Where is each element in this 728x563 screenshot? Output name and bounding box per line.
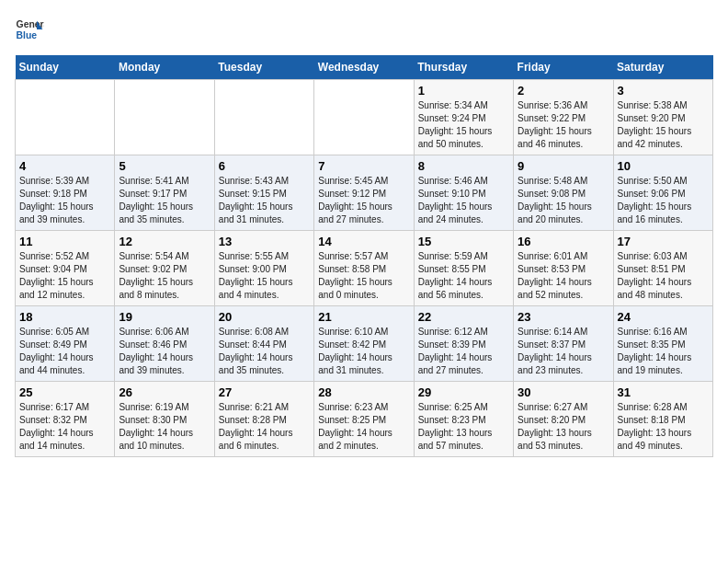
calendar-cell — [214, 80, 313, 155]
calendar-cell: 8Sunrise: 5:46 AM Sunset: 9:10 PM Daylig… — [414, 155, 513, 231]
week-row-2: 4Sunrise: 5:39 AM Sunset: 9:18 PM Daylig… — [16, 155, 713, 231]
day-number: 13 — [219, 235, 310, 248]
calendar-cell: 27Sunrise: 6:21 AM Sunset: 8:28 PM Dayli… — [214, 382, 313, 457]
day-content: Sunrise: 6:10 AM Sunset: 8:42 PM Dayligh… — [318, 326, 409, 377]
calendar-cell — [16, 80, 115, 155]
calendar-cell: 23Sunrise: 6:14 AM Sunset: 8:37 PM Dayli… — [514, 306, 613, 382]
header-sunday: Sunday — [16, 55, 115, 80]
calendar-cell: 7Sunrise: 5:45 AM Sunset: 9:12 PM Daylig… — [314, 155, 414, 231]
svg-text:Blue: Blue — [17, 30, 38, 40]
day-number: 11 — [19, 235, 110, 248]
day-number: 21 — [318, 310, 409, 324]
day-number: 6 — [219, 159, 310, 173]
day-content: Sunrise: 6:19 AM Sunset: 8:30 PM Dayligh… — [119, 401, 210, 453]
calendar-cell: 10Sunrise: 5:50 AM Sunset: 9:06 PM Dayli… — [613, 155, 712, 231]
calendar-body: 1Sunrise: 5:34 AM Sunset: 9:24 PM Daylig… — [16, 80, 713, 457]
calendar-cell — [314, 80, 414, 155]
day-content: Sunrise: 5:41 AM Sunset: 9:17 PM Dayligh… — [119, 175, 210, 226]
calendar-cell: 1Sunrise: 5:34 AM Sunset: 9:24 PM Daylig… — [414, 80, 513, 155]
day-number: 5 — [119, 159, 210, 173]
day-content: Sunrise: 5:59 AM Sunset: 8:55 PM Dayligh… — [418, 250, 509, 302]
day-content: Sunrise: 6:17 AM Sunset: 8:32 PM Dayligh… — [19, 401, 110, 453]
header-friday: Friday — [514, 55, 613, 80]
day-number: 9 — [518, 159, 609, 173]
calendar-cell: 30Sunrise: 6:27 AM Sunset: 8:20 PM Dayli… — [514, 382, 613, 457]
calendar-cell: 2Sunrise: 5:36 AM Sunset: 9:22 PM Daylig… — [514, 80, 613, 155]
calendar-cell: 3Sunrise: 5:38 AM Sunset: 9:20 PM Daylig… — [613, 80, 712, 155]
calendar-cell: 19Sunrise: 6:06 AM Sunset: 8:46 PM Dayli… — [115, 306, 214, 382]
day-content: Sunrise: 6:06 AM Sunset: 8:46 PM Dayligh… — [119, 326, 210, 377]
calendar-table: SundayMondayTuesdayWednesdayThursdayFrid… — [15, 55, 713, 457]
calendar-cell: 18Sunrise: 6:05 AM Sunset: 8:49 PM Dayli… — [16, 306, 115, 382]
calendar-cell: 17Sunrise: 6:03 AM Sunset: 8:51 PM Dayli… — [613, 231, 712, 306]
header-monday: Monday — [115, 55, 214, 80]
day-number: 4 — [19, 159, 110, 173]
calendar-cell: 20Sunrise: 6:08 AM Sunset: 8:44 PM Dayli… — [214, 306, 313, 382]
week-row-5: 25Sunrise: 6:17 AM Sunset: 8:32 PM Dayli… — [16, 382, 713, 457]
day-content: Sunrise: 6:08 AM Sunset: 8:44 PM Dayligh… — [219, 326, 310, 377]
day-number: 3 — [618, 84, 709, 98]
day-number: 31 — [618, 385, 709, 399]
page-header: General Blue — [15, 15, 713, 44]
calendar-header-row: SundayMondayTuesdayWednesdayThursdayFrid… — [16, 55, 713, 80]
day-content: Sunrise: 6:16 AM Sunset: 8:35 PM Dayligh… — [618, 326, 709, 377]
calendar-cell: 4Sunrise: 5:39 AM Sunset: 9:18 PM Daylig… — [16, 155, 115, 231]
logo: General Blue — [15, 15, 44, 44]
day-content: Sunrise: 6:05 AM Sunset: 8:49 PM Dayligh… — [19, 326, 110, 377]
day-content: Sunrise: 5:43 AM Sunset: 9:15 PM Dayligh… — [219, 175, 310, 226]
day-content: Sunrise: 6:14 AM Sunset: 8:37 PM Dayligh… — [518, 326, 609, 377]
day-number: 10 — [618, 159, 709, 173]
calendar-cell: 28Sunrise: 6:23 AM Sunset: 8:25 PM Dayli… — [314, 382, 414, 457]
day-number: 28 — [318, 385, 409, 399]
day-content: Sunrise: 6:25 AM Sunset: 8:23 PM Dayligh… — [418, 401, 509, 453]
day-content: Sunrise: 5:45 AM Sunset: 9:12 PM Dayligh… — [318, 175, 409, 226]
day-number: 22 — [418, 310, 509, 324]
day-content: Sunrise: 6:27 AM Sunset: 8:20 PM Dayligh… — [518, 401, 609, 453]
day-content: Sunrise: 5:48 AM Sunset: 9:08 PM Dayligh… — [518, 175, 609, 226]
day-number: 27 — [219, 385, 310, 399]
day-content: Sunrise: 5:55 AM Sunset: 9:00 PM Dayligh… — [219, 250, 310, 302]
day-content: Sunrise: 5:57 AM Sunset: 8:58 PM Dayligh… — [318, 250, 409, 302]
day-number: 2 — [518, 84, 609, 98]
day-number: 17 — [618, 235, 709, 248]
calendar-cell: 22Sunrise: 6:12 AM Sunset: 8:39 PM Dayli… — [414, 306, 513, 382]
day-number: 8 — [418, 159, 509, 173]
day-number: 19 — [119, 310, 210, 324]
day-content: Sunrise: 6:23 AM Sunset: 8:25 PM Dayligh… — [318, 401, 409, 453]
calendar-cell: 14Sunrise: 5:57 AM Sunset: 8:58 PM Dayli… — [314, 231, 414, 306]
calendar-cell: 26Sunrise: 6:19 AM Sunset: 8:30 PM Dayli… — [115, 382, 214, 457]
calendar-cell: 21Sunrise: 6:10 AM Sunset: 8:42 PM Dayli… — [314, 306, 414, 382]
calendar-cell: 5Sunrise: 5:41 AM Sunset: 9:17 PM Daylig… — [115, 155, 214, 231]
day-number: 29 — [418, 385, 509, 399]
day-number: 30 — [518, 385, 609, 399]
day-content: Sunrise: 5:39 AM Sunset: 9:18 PM Dayligh… — [19, 175, 110, 226]
calendar-cell: 6Sunrise: 5:43 AM Sunset: 9:15 PM Daylig… — [214, 155, 313, 231]
week-row-4: 18Sunrise: 6:05 AM Sunset: 8:49 PM Dayli… — [16, 306, 713, 382]
day-content: Sunrise: 5:46 AM Sunset: 9:10 PM Dayligh… — [418, 175, 509, 226]
week-row-1: 1Sunrise: 5:34 AM Sunset: 9:24 PM Daylig… — [16, 80, 713, 155]
day-number: 15 — [418, 235, 509, 248]
day-number: 16 — [518, 235, 609, 248]
calendar-cell: 25Sunrise: 6:17 AM Sunset: 8:32 PM Dayli… — [16, 382, 115, 457]
calendar-cell: 16Sunrise: 6:01 AM Sunset: 8:53 PM Dayli… — [514, 231, 613, 306]
day-content: Sunrise: 6:21 AM Sunset: 8:28 PM Dayligh… — [219, 401, 310, 453]
day-number: 1 — [418, 84, 509, 98]
day-number: 12 — [119, 235, 210, 248]
day-content: Sunrise: 5:36 AM Sunset: 9:22 PM Dayligh… — [518, 99, 609, 151]
calendar-cell: 15Sunrise: 5:59 AM Sunset: 8:55 PM Dayli… — [414, 231, 513, 306]
calendar-cell: 13Sunrise: 5:55 AM Sunset: 9:00 PM Dayli… — [214, 231, 313, 306]
day-number: 18 — [19, 310, 110, 324]
calendar-cell — [115, 80, 214, 155]
calendar-cell: 29Sunrise: 6:25 AM Sunset: 8:23 PM Dayli… — [414, 382, 513, 457]
header-thursday: Thursday — [414, 55, 513, 80]
day-content: Sunrise: 5:54 AM Sunset: 9:02 PM Dayligh… — [119, 250, 210, 302]
header-wednesday: Wednesday — [314, 55, 414, 80]
calendar-cell: 12Sunrise: 5:54 AM Sunset: 9:02 PM Dayli… — [115, 231, 214, 306]
day-number: 20 — [219, 310, 310, 324]
day-content: Sunrise: 5:50 AM Sunset: 9:06 PM Dayligh… — [618, 175, 709, 226]
logo-icon: General Blue — [15, 15, 44, 44]
day-content: Sunrise: 5:38 AM Sunset: 9:20 PM Dayligh… — [618, 99, 709, 151]
calendar-cell: 9Sunrise: 5:48 AM Sunset: 9:08 PM Daylig… — [514, 155, 613, 231]
calendar-cell: 31Sunrise: 6:28 AM Sunset: 8:18 PM Dayli… — [613, 382, 712, 457]
header-tuesday: Tuesday — [214, 55, 313, 80]
